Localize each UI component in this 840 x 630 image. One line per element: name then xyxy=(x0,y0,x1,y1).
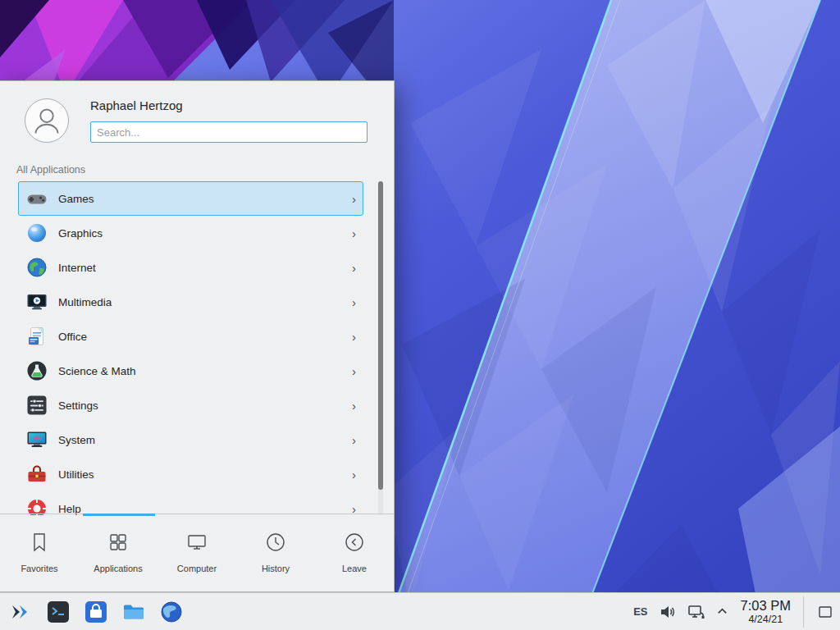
file-manager-folder-icon[interactable] xyxy=(121,600,146,624)
app-category-games[interactable]: Games › xyxy=(18,181,363,216)
browser-globe-icon[interactable] xyxy=(159,600,184,624)
scrollbar[interactable] xyxy=(378,181,383,515)
chevron-right-icon: › xyxy=(352,399,356,412)
clock-icon xyxy=(265,532,286,556)
tab-label: History xyxy=(262,564,290,573)
app-category-label: Games xyxy=(58,193,94,205)
help-lifering-icon xyxy=(26,498,48,515)
app-category-help[interactable]: Help › xyxy=(18,491,363,515)
science-flask-icon xyxy=(26,360,48,381)
application-launcher-menu: Raphael Hertzog All Applications Games ›… xyxy=(0,80,395,592)
search-input[interactable] xyxy=(90,121,368,143)
chevron-right-icon: › xyxy=(352,296,356,308)
tab-history[interactable]: History xyxy=(236,514,315,591)
scrollbar-thumb[interactable] xyxy=(378,181,383,490)
app-category-utilities[interactable]: Utilities › xyxy=(18,457,363,491)
tab-applications[interactable]: Applications xyxy=(79,514,158,591)
tab-label: Computer xyxy=(177,564,217,573)
active-tab-indicator xyxy=(83,514,155,516)
app-category-label: System xyxy=(58,434,95,446)
app-category-label: Science & Math xyxy=(58,365,136,377)
user-name: Raphael Hertzog xyxy=(90,98,183,112)
chevron-right-icon: › xyxy=(352,193,356,205)
chevron-right-icon: › xyxy=(352,365,356,377)
app-category-office[interactable]: Office › xyxy=(18,319,363,354)
taskbar-launchers xyxy=(0,600,184,624)
user-avatar[interactable] xyxy=(25,98,69,143)
tab-leave[interactable]: Leave xyxy=(315,514,394,591)
caret-up-icon[interactable] xyxy=(716,605,728,618)
application-list: Games › Graphics › Internet › Multimedia… xyxy=(0,181,394,515)
chevron-right-icon: › xyxy=(352,468,356,481)
show-desktop-button[interactable] xyxy=(815,596,836,628)
chevron-right-icon: › xyxy=(352,434,356,446)
keyboard-layout-indicator[interactable]: ES xyxy=(633,605,647,618)
tab-label: Leave xyxy=(342,564,367,573)
tab-computer[interactable]: Computer xyxy=(158,514,236,591)
utilities-toolbox-icon xyxy=(26,463,48,485)
app-launcher-icon[interactable] xyxy=(8,600,33,624)
network-icon[interactable] xyxy=(687,603,705,621)
tab-favorites[interactable]: Favorites xyxy=(0,514,79,591)
settings-sliders-icon xyxy=(26,395,48,416)
show-desktop-icon xyxy=(817,604,833,620)
section-label: All Applications xyxy=(16,164,85,176)
system-monitor-icon xyxy=(26,429,48,450)
app-category-system[interactable]: System › xyxy=(18,422,363,457)
clock-date: 4/24/21 xyxy=(748,614,783,625)
multimedia-screen-icon xyxy=(26,291,48,313)
app-category-graphics[interactable]: Graphics › xyxy=(18,216,363,250)
app-category-label: Office xyxy=(58,331,87,343)
software-center-icon[interactable] xyxy=(84,600,108,624)
launcher-tab-bar: Favorites Applications Computer History xyxy=(0,514,394,591)
gamepad-icon xyxy=(26,188,48,209)
taskbar-separator xyxy=(803,596,804,628)
tab-label: Applications xyxy=(94,564,142,573)
clock-time: 7:03 PM xyxy=(741,598,791,614)
app-category-settings[interactable]: Settings › xyxy=(18,388,363,422)
monitor-icon xyxy=(186,532,208,556)
grid-icon xyxy=(107,532,129,556)
graphics-sphere-icon xyxy=(26,222,48,244)
volume-icon[interactable] xyxy=(659,603,677,621)
app-category-label: Settings xyxy=(58,399,98,412)
chevron-right-icon: › xyxy=(352,331,356,343)
system-tray: ES 7:03 PM 4/24/21 xyxy=(633,596,840,628)
app-category-label: Multimedia xyxy=(58,296,112,308)
terminal-icon[interactable] xyxy=(46,600,71,624)
taskbar: ES 7:03 PM 4/24/21 xyxy=(0,592,840,630)
app-category-label: Graphics xyxy=(58,227,103,240)
person-icon xyxy=(26,100,67,141)
chevron-right-icon: › xyxy=(352,262,356,274)
globe-icon xyxy=(26,257,48,278)
bookmark-icon xyxy=(29,532,50,556)
app-category-label: Utilities xyxy=(58,468,94,481)
tab-label: Favorites xyxy=(21,564,57,573)
leave-back-icon xyxy=(344,532,365,556)
chevron-right-icon: › xyxy=(352,227,356,240)
office-document-icon xyxy=(26,326,48,347)
app-category-science-math[interactable]: Science & Math › xyxy=(18,354,363,388)
app-category-label: Internet xyxy=(58,262,96,274)
app-category-internet[interactable]: Internet › xyxy=(18,250,363,285)
app-category-multimedia[interactable]: Multimedia › xyxy=(18,285,363,319)
clock-widget[interactable]: 7:03 PM 4/24/21 xyxy=(741,598,791,625)
